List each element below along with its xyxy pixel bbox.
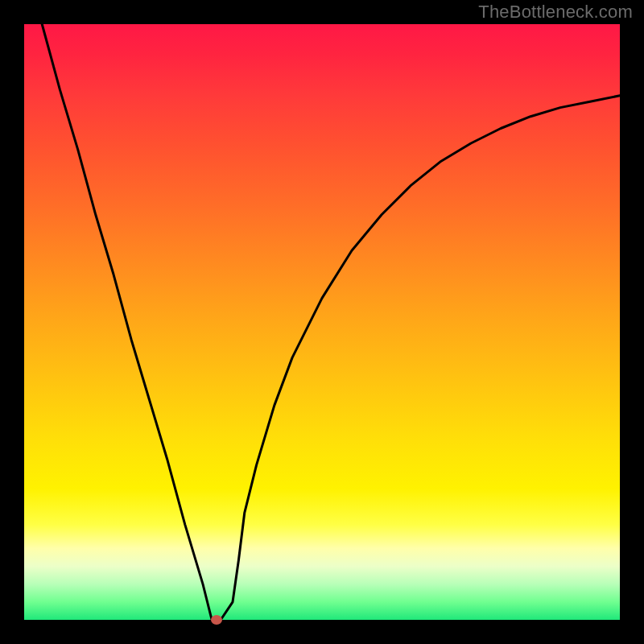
watermark-text: TheBottleneck.com (478, 2, 633, 23)
chart-frame: TheBottleneck.com (0, 0, 644, 644)
bottleneck-curve (0, 0, 644, 644)
minimum-marker (211, 615, 222, 625)
